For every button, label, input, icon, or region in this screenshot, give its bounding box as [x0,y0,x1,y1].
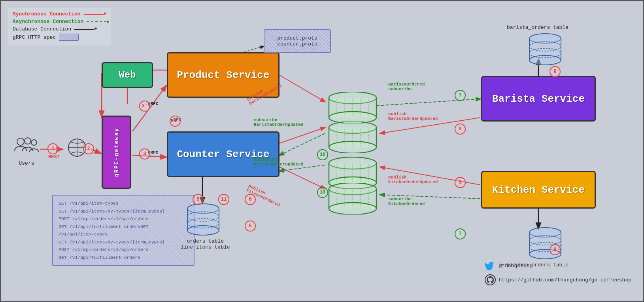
grpc-gateway-label: gRPC-gateway [113,127,120,177]
step-8a-circle: 8 [550,66,561,77]
barista-orders-table-label: barista_orders table [507,25,568,30]
step-11-circle: 11 [218,194,229,205]
kitchen-service-label: Kitchen Service [492,184,585,196]
github-url: https://github.com/thangchung/go-coffees… [499,277,631,283]
step-8b-circle: 8 [550,244,561,255]
diagram-container: Synchronous Connection Asynchronous Conn… [0,0,644,302]
counter-service-box: Counter Service [167,131,280,177]
kitchen-orders-db-icon [527,226,564,260]
step-10b-circle: 10 [317,187,328,198]
svg-line-14 [280,167,325,189]
proto-box-text: product.proto counter.proto [277,35,317,47]
step-6b-circle: 6 [245,220,256,232]
legend-async: Asynchronous Connection [13,19,106,25]
api-list-line-2: GET /v1/api/items-by-types/{item_types} [59,207,188,215]
barista-ordered-subscribe-label: BaristaOrderedsubscribe [388,82,425,91]
cylinder-barista-updated [325,122,380,153]
users-svg [13,135,40,157]
api-list-line-4: GET /v1/api/fulfillment-ordersGET [59,223,188,231]
grpc-label: gRPC HTTP spec [13,34,56,40]
grpc-gateway-box: gRPC-gateway [102,116,131,189]
api-list-line-8: GET /v1/api/fulfillment-orders [59,254,188,262]
legend-sync: Synchronous Connection [13,11,106,17]
step-3-circle: 3 [139,148,150,160]
twitter-icon [485,261,496,270]
step-7b-circle: 7 [455,228,466,239]
api-list-box: GET /v1/api/item-types GET /v1/api/items… [52,195,195,266]
async-label: Asynchronous Connection [13,19,83,25]
svg-line-11 [376,99,480,106]
twitter-handle: @thangchung [499,263,533,269]
subscribe-barista-updated-label: subscribeBaristaOrderUpdated [254,118,303,127]
cylinder-barista-ordered [325,92,380,123]
svg-line-9 [280,75,325,102]
api-list-line-1: GET /v1/api/item-types [59,199,188,207]
publish-barista-updated-label: publishBaristaOrderUpdated [388,112,438,121]
step-4-circle: 4 [170,116,181,127]
social-area: @thangchung https://github.com/thangchun… [485,261,631,285]
web-service-label: Web [119,70,136,80]
svg-point-23 [31,140,37,145]
db-line-icon [74,29,94,30]
orders-table-label: orders tableline_items table [181,238,230,250]
cylinder-kitchen-ordered [325,183,380,215]
barista-service-label: Barista Service [492,93,585,105]
svg-point-22 [25,138,31,144]
users-label: Users [13,160,40,166]
step-2-circle: 2 [83,143,94,154]
step-1-circle: 1 [47,143,59,154]
svg-line-10 [280,127,325,143]
publish-kitchen-updated-label: publishKitchenOrderUpdated [388,175,438,184]
sync-line-icon [84,14,104,15]
github-item: https://github.com/thangchung/go-coffees… [485,274,631,285]
twitter-item: @thangchung [485,261,631,270]
step-10a-circle: 10 [317,149,328,160]
grpc-box-icon [59,34,79,41]
rest-label: REST [48,154,60,160]
github-icon [485,274,496,285]
sync-label: Synchronous Connection [13,11,81,17]
svg-point-71 [187,226,219,235]
step-9b-circle: 9 [455,177,466,188]
svg-point-21 [17,138,24,145]
legend-grpc: gRPC HTTP spec [13,34,106,41]
proto-box: product.proto counter.proto [264,29,331,53]
step-9a-circle: 9 [455,123,466,135]
legend-db: Database Connection [13,26,106,32]
db-label: Database Connection [13,26,71,32]
subscribe-kitchen-updated-label: subscribeKitchenOrderUpdated [254,157,303,167]
step-7a-circle: 7 [455,90,466,101]
api-list-line-6: GET /v1/api/items-by-types/{item_types} [59,238,188,246]
kitchen-service-box: Kitchen Service [481,171,596,209]
barista-service-box: Barista Service [481,76,596,122]
users-icon: Users [13,135,40,166]
legend: Synchronous Connection Asynchronous Conn… [8,8,111,46]
async-line-icon [87,21,106,22]
barista-orders-db-icon [527,32,564,66]
api-list-line-5: /v1/api/item-types [59,230,188,238]
orders-db-icon [185,203,222,236]
step-3prime-circle: 3' [139,101,150,112]
step-6a-circle: 6 [245,194,256,205]
api-list-line-7: POST /v1/api/orders/v1/api/orders [59,246,188,254]
api-list-line-3: POST /v1/api/orders/v1/api/orders [59,215,188,223]
step-5-circle: 5 [193,194,204,205]
svg-point-88 [485,275,495,285]
product-service-label: Product Service [177,69,269,81]
subscribe-kitchen-ordered-label: subscribeKitchenOrdered [388,197,425,206]
svg-point-78 [529,55,561,65]
web-service-box: Web [102,62,153,88]
